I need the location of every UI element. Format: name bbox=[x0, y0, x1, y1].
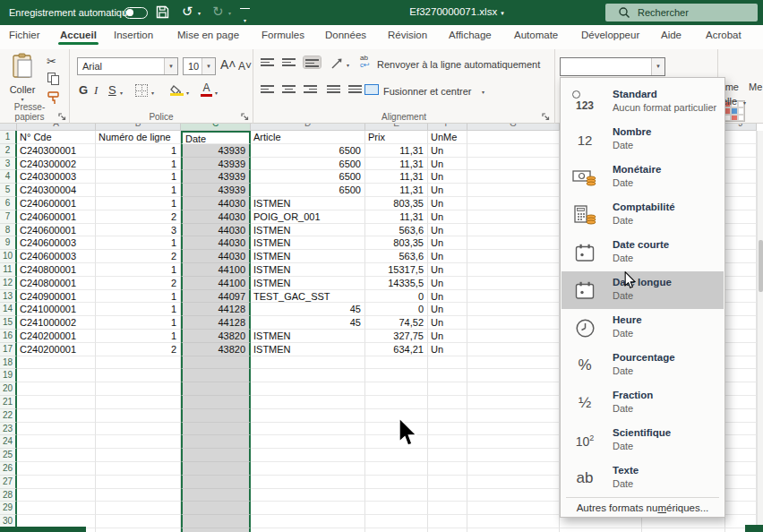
row-header-13[interactable]: 13 bbox=[0, 290, 17, 304]
cell-D17[interactable]: ISTMEN bbox=[251, 343, 365, 356]
cell-D15[interactable]: 45 bbox=[251, 316, 365, 330]
cell-B4[interactable]: 1 bbox=[96, 170, 181, 184]
cell-F14[interactable]: Un bbox=[428, 303, 467, 316]
cell-G19[interactable] bbox=[467, 369, 560, 382]
cell-E13[interactable]: 0 bbox=[365, 290, 428, 304]
cell-F15[interactable]: Un bbox=[428, 316, 467, 330]
cell-G8[interactable] bbox=[467, 224, 560, 237]
cell-G9[interactable] bbox=[467, 236, 560, 250]
cell-J10[interactable] bbox=[725, 250, 757, 263]
cell-G6[interactable] bbox=[467, 197, 560, 210]
cell-F13[interactable]: Un bbox=[428, 290, 467, 304]
cell-C4[interactable]: 43939 bbox=[181, 170, 251, 184]
row-header-2[interactable]: 2 bbox=[0, 144, 17, 158]
cell-F31[interactable] bbox=[428, 528, 467, 532]
cell-F18[interactable] bbox=[428, 356, 467, 370]
cell-A5[interactable]: C240300004 bbox=[17, 184, 96, 197]
cell-G1[interactable] bbox=[467, 131, 560, 144]
decrease-indent-icon[interactable] bbox=[327, 83, 340, 95]
cell-D7[interactable]: POIG_OR_001 bbox=[251, 210, 365, 224]
cell-A15[interactable]: C241000002 bbox=[17, 316, 96, 330]
cell-D2[interactable]: 6500 bbox=[251, 144, 365, 158]
cell-F4[interactable]: Un bbox=[428, 170, 467, 184]
cell-E20[interactable] bbox=[365, 382, 428, 396]
cell-D9[interactable]: ISTMEN bbox=[251, 236, 365, 250]
cell-A25[interactable] bbox=[17, 449, 96, 462]
cell-C29[interactable] bbox=[181, 502, 251, 515]
select-all-corner[interactable] bbox=[0, 124, 17, 131]
cell-J1[interactable] bbox=[725, 131, 757, 144]
cell-C30[interactable] bbox=[181, 515, 251, 528]
merge-center-icon[interactable] bbox=[364, 84, 379, 95]
fill-color-icon[interactable] bbox=[170, 82, 184, 96]
cell-D24[interactable] bbox=[251, 435, 365, 449]
menu-item-nombre[interactable]: 12NombreDate bbox=[562, 121, 724, 159]
tab-révision[interactable]: Révision bbox=[388, 30, 427, 40]
cell-E12[interactable]: 14335,5 bbox=[365, 277, 428, 290]
underline-button[interactable]: S bbox=[108, 83, 116, 98]
cell-E5[interactable]: 11,31 bbox=[365, 184, 428, 197]
cell-J14[interactable] bbox=[725, 303, 757, 316]
cell-G13[interactable] bbox=[467, 290, 560, 304]
menu-item-monétaire[interactable]: MonétaireDate bbox=[562, 159, 724, 196]
cell-F22[interactable] bbox=[428, 409, 467, 423]
cell-G25[interactable] bbox=[467, 449, 560, 462]
cell-E4[interactable]: 11,31 bbox=[365, 170, 428, 184]
tab-fichier[interactable]: Fichier bbox=[9, 30, 40, 40]
row-header-14[interactable]: 14 bbox=[0, 303, 17, 316]
row-header-27[interactable]: 27 bbox=[0, 476, 17, 489]
tab-formules[interactable]: Formules bbox=[261, 30, 304, 40]
cell-D31[interactable] bbox=[251, 528, 365, 532]
cell-E17[interactable]: 634,21 bbox=[365, 343, 428, 356]
tab-développeur[interactable]: Développeur bbox=[581, 30, 639, 40]
cell-E30[interactable] bbox=[365, 515, 428, 528]
cell-J24[interactable] bbox=[725, 435, 757, 449]
cell-J28[interactable] bbox=[725, 489, 757, 502]
cell-B25[interactable] bbox=[96, 449, 181, 462]
cell-G15[interactable] bbox=[467, 316, 560, 330]
cell-D3[interactable]: 6500 bbox=[251, 158, 365, 171]
cell-B21[interactable] bbox=[96, 396, 181, 409]
orientation-icon[interactable] bbox=[330, 56, 344, 70]
cell-J25[interactable] bbox=[725, 449, 757, 462]
cell-B17[interactable]: 2 bbox=[96, 343, 181, 356]
cell-A11[interactable]: C240800001 bbox=[17, 263, 96, 277]
cell-A29[interactable] bbox=[17, 502, 96, 515]
cell-B14[interactable]: 1 bbox=[96, 303, 181, 316]
cell-D11[interactable]: ISTMEN bbox=[251, 263, 365, 277]
cell-F24[interactable] bbox=[428, 435, 467, 449]
cell-J19[interactable] bbox=[725, 369, 757, 382]
column-header-J[interactable]: J bbox=[725, 124, 757, 131]
cell-E1[interactable]: Prix bbox=[365, 131, 428, 144]
cell-C27[interactable] bbox=[181, 476, 251, 489]
menu-item-heure[interactable]: HeureDate bbox=[562, 309, 724, 347]
cell-E10[interactable]: 563,6 bbox=[365, 250, 428, 263]
row-header-16[interactable]: 16 bbox=[0, 330, 17, 343]
cell-C16[interactable]: 43820 bbox=[181, 330, 251, 343]
cell-D28[interactable] bbox=[251, 489, 365, 502]
menu-item-comptabilité[interactable]: ComptabilitéDate bbox=[562, 196, 724, 234]
cell-D30[interactable] bbox=[251, 515, 365, 528]
cell-E9[interactable]: 803,35 bbox=[365, 236, 428, 250]
cell-C21[interactable] bbox=[181, 396, 251, 409]
cell-B22[interactable] bbox=[96, 409, 181, 423]
column-header-A[interactable]: A bbox=[17, 124, 96, 131]
row-header-6[interactable]: 6 bbox=[0, 197, 17, 210]
cell-C9[interactable]: 44030 bbox=[181, 236, 251, 250]
cell-G16[interactable] bbox=[467, 330, 560, 343]
cell-E19[interactable] bbox=[365, 369, 428, 382]
undo-caret-icon[interactable]: ▾ bbox=[198, 10, 201, 16]
autosave-toggle[interactable] bbox=[124, 7, 148, 19]
menu-item-standard[interactable]: 123StandardAucun format particulier bbox=[562, 83, 724, 121]
cell-A9[interactable]: C240600003 bbox=[17, 236, 96, 250]
cell-A8[interactable]: C240600001 bbox=[17, 224, 96, 237]
cell-E8[interactable]: 563,6 bbox=[365, 224, 428, 237]
quick-access-customize-icon[interactable]: ▾ bbox=[240, 8, 250, 26]
cell-E2[interactable]: 11,31 bbox=[365, 144, 428, 158]
cell-F17[interactable]: Un bbox=[428, 343, 467, 356]
orientation-caret-icon[interactable]: ▾ bbox=[347, 62, 349, 68]
cell-A21[interactable] bbox=[17, 396, 96, 409]
cell-B30[interactable] bbox=[96, 515, 181, 528]
cell-E25[interactable] bbox=[365, 449, 428, 462]
cell-F29[interactable] bbox=[428, 502, 467, 515]
